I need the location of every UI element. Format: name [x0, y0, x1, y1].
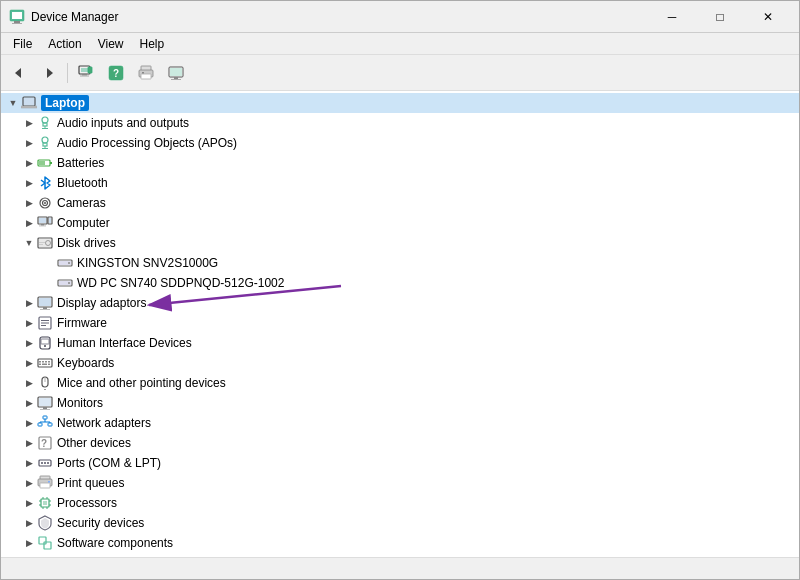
monitors-icon	[37, 395, 53, 411]
svg-rect-44	[39, 226, 46, 227]
svg-point-28	[42, 137, 48, 143]
expand-ports[interactable]: ▶	[21, 455, 37, 471]
expand-audio-inputs[interactable]: ▶	[21, 115, 37, 131]
svg-point-24	[42, 117, 48, 123]
title-bar-left: Device Manager	[9, 9, 118, 25]
close-button[interactable]: ✕	[745, 3, 791, 31]
tree-item-hid[interactable]: ▶ Human Interface Devices	[1, 333, 799, 353]
svg-rect-73	[48, 361, 50, 363]
hid-icon	[37, 335, 53, 351]
svg-rect-7	[81, 68, 88, 72]
svg-rect-82	[43, 407, 47, 409]
computer-icon	[37, 215, 53, 231]
expand-computer[interactable]: ▶	[21, 215, 37, 231]
svg-rect-68	[44, 345, 46, 347]
tree-container[interactable]: ▼ Laptop ▶	[1, 91, 799, 557]
toolbar-help-button[interactable]: ?	[102, 59, 130, 87]
cameras-icon	[37, 195, 53, 211]
tree-item-wd[interactable]: ▶ WD PC SN740 SDDPNQD-512G-1002	[1, 273, 799, 293]
svg-point-40	[44, 202, 46, 204]
menu-file[interactable]: File	[5, 33, 40, 55]
toolbar-print-button[interactable]	[132, 59, 160, 87]
tree-item-monitors[interactable]: ▶ Monitors	[1, 393, 799, 413]
tree-item-mice[interactable]: ▶ Mice and other pointing devices	[1, 373, 799, 393]
tree-root[interactable]: ▼ Laptop	[1, 93, 799, 113]
tree-item-security[interactable]: ▶ Security devices	[1, 513, 799, 533]
svg-rect-102	[43, 501, 47, 505]
menu-view[interactable]: View	[90, 33, 132, 55]
software-components-label: Software components	[57, 536, 173, 550]
expand-processors[interactable]: ▶	[21, 495, 37, 511]
app-icon	[9, 9, 25, 25]
expand-software-components[interactable]: ▶	[21, 535, 37, 551]
tree-item-network[interactable]: ▶ Network adapters	[1, 413, 799, 433]
tree-item-cameras[interactable]: ▶ Cameras	[1, 193, 799, 213]
tree-item-computer[interactable]: ▶ Computer	[1, 213, 799, 233]
toolbar-monitor-button[interactable]	[162, 59, 190, 87]
svg-rect-111	[39, 537, 46, 544]
svg-rect-8	[82, 74, 87, 76]
expand-monitors[interactable]: ▶	[21, 395, 37, 411]
expand-firmware[interactable]: ▶	[21, 315, 37, 331]
maximize-button[interactable]: □	[697, 3, 743, 31]
expand-bluetooth[interactable]: ▶	[21, 175, 37, 191]
batteries-label: Batteries	[57, 156, 104, 170]
expand-hid[interactable]: ▶	[21, 335, 37, 351]
tree-item-batteries[interactable]: ▶ Batteries	[1, 153, 799, 173]
tree-item-print[interactable]: ▶ Print queues	[1, 473, 799, 493]
svg-rect-79	[44, 389, 46, 390]
audio-inputs-label: Audio inputs and outputs	[57, 116, 189, 130]
expand-network[interactable]: ▶	[21, 415, 37, 431]
expand-apo[interactable]: ▶	[21, 135, 37, 151]
tree-item-audio-inputs[interactable]: ▶ Audio inputs and outputs	[1, 113, 799, 133]
tree-item-other[interactable]: ▶ ? Other devices	[1, 433, 799, 453]
svg-rect-54	[68, 262, 70, 264]
menu-action[interactable]: Action	[40, 33, 89, 55]
svg-rect-75	[42, 364, 47, 366]
menu-bar: File Action View Help	[1, 33, 799, 55]
expand-other[interactable]: ▶	[21, 435, 37, 451]
tree-item-kingston[interactable]: ▶ KINGSTON SNV2S1000G	[1, 253, 799, 273]
tree-item-apo[interactable]: ▶ Audio Processing Objects (APOs)	[1, 133, 799, 153]
expand-batteries[interactable]: ▶	[21, 155, 37, 171]
expand-security[interactable]: ▶	[21, 515, 37, 531]
tree-item-ports[interactable]: ▶ Ports (COM & LPT)	[1, 453, 799, 473]
expand-cameras[interactable]: ▶	[21, 195, 37, 211]
svg-rect-31	[42, 148, 48, 149]
svg-rect-84	[43, 416, 47, 419]
mice-label: Mice and other pointing devices	[57, 376, 226, 390]
tree-item-display[interactable]: ▶ Display adaptors	[1, 293, 799, 313]
expand-icon-root[interactable]: ▼	[5, 95, 21, 111]
toolbar-computer-button[interactable]	[72, 59, 100, 87]
tree-item-processors[interactable]: ▶ Processors	[1, 493, 799, 513]
svg-rect-30	[45, 146, 46, 148]
svg-rect-22	[24, 98, 34, 105]
toolbar-back-button[interactable]	[5, 59, 33, 87]
tree-item-firmware[interactable]: ▶ Firmware	[1, 313, 799, 333]
expand-disk-drives[interactable]: ▼	[21, 235, 37, 251]
tree-item-disk-drives[interactable]: ▼ Disk drives	[1, 233, 799, 253]
svg-rect-100	[48, 481, 50, 483]
hid-label: Human Interface Devices	[57, 336, 192, 350]
svg-rect-27	[42, 128, 48, 129]
svg-rect-29	[43, 143, 47, 146]
expand-display[interactable]: ▶	[21, 295, 37, 311]
toolbar-forward-button[interactable]	[35, 59, 63, 87]
tree-item-keyboards[interactable]: ▶ Keyboards	[1, 353, 799, 373]
svg-rect-64	[41, 323, 49, 324]
svg-text:?: ?	[113, 68, 119, 79]
tree-item-bluetooth[interactable]: ▶ Bluetooth	[1, 173, 799, 193]
svg-point-95	[44, 462, 46, 464]
svg-rect-50	[39, 242, 45, 243]
tree-item-software-devices[interactable]: ▶ Software devices	[1, 553, 799, 557]
expand-keyboards[interactable]: ▶	[21, 355, 37, 371]
svg-rect-63	[41, 320, 49, 321]
expand-software-devices[interactable]: ▶	[21, 555, 37, 557]
svg-point-94	[41, 462, 43, 464]
menu-help[interactable]: Help	[132, 33, 173, 55]
tree-item-software-components[interactable]: ▶ Software components	[1, 533, 799, 553]
svg-rect-69	[38, 359, 52, 367]
minimize-button[interactable]: ─	[649, 3, 695, 31]
expand-mice[interactable]: ▶	[21, 375, 37, 391]
expand-print[interactable]: ▶	[21, 475, 37, 491]
